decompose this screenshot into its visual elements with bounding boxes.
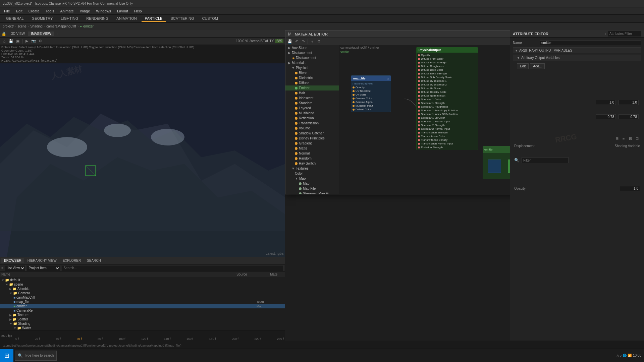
sidebar-textures-group[interactable]: ▼ Textures (285, 166, 339, 171)
search-bar[interactable]: 🔍 Type here to search (15, 351, 57, 361)
tree-item-scatter[interactable]: ▶ 📁 Scatter (0, 317, 285, 321)
sidebar-ray-switch[interactable]: Ray Switch (285, 161, 339, 166)
sidebar-color[interactable]: Color (285, 171, 339, 176)
start-btn[interactable]: ⊞ (0, 349, 13, 362)
tree-item-default[interactable]: ▼ 📁 default (0, 278, 285, 282)
mat-redo-icon[interactable]: ↷ (300, 39, 306, 45)
tab-hierarchy-view[interactable]: HIERARCHY VIEW (25, 258, 59, 263)
mat-undo-icon[interactable]: ↶ (293, 39, 300, 45)
grid-icon-4[interactable]: ⊡ (634, 135, 640, 141)
sidebar-iridescent[interactable]: Iridescent (285, 96, 339, 101)
breadcrumb-emitter[interactable]: emitter (83, 24, 94, 28)
grid-icon-2[interactable]: ≡ (621, 135, 627, 141)
sidebar-diffuse[interactable]: Diffuse (285, 80, 339, 85)
menu-tools[interactable]: Tools (43, 8, 57, 14)
sidebar-map-item[interactable]: Map (285, 181, 339, 186)
num-1-left[interactable]: 1.0 (596, 100, 616, 105)
sidebar-reflection[interactable]: Reflection (285, 116, 339, 121)
sidebar-matte[interactable]: Matte (285, 146, 339, 151)
tab-image-view[interactable]: IMAGE VIEW (28, 32, 54, 36)
tree-item-texture[interactable]: ▶ 📁 Texture (0, 313, 285, 317)
breadcrumb-project[interactable]: project/ (3, 24, 14, 28)
menu-file[interactable]: File (1, 8, 13, 14)
filter-select[interactable]: Project Item (27, 265, 60, 271)
breadcrumb-camera[interactable]: cameraMappingCliff (46, 24, 76, 28)
timeline-ruler[interactable]: 0 f 20 f 40 f 60 f 80 f 100 f 120 f 140 … (15, 331, 284, 341)
play-icon[interactable]: ▶ (24, 38, 30, 44)
browser-search-input[interactable] (62, 265, 283, 271)
sidebar-displacement-item[interactable]: ◈ Displacement (285, 55, 339, 60)
sidebar-volume[interactable]: Volume (285, 126, 339, 131)
sidebar-layered[interactable]: Layered (285, 106, 339, 111)
tree-item-shading[interactable]: ▼ 📁 Shading (0, 321, 285, 326)
grid-icon-1[interactable]: ⊞ (614, 135, 620, 141)
node-preview-2[interactable]: emitter (483, 146, 510, 179)
tab-browser[interactable]: BROWSER (1, 258, 24, 263)
sidebar-aov-store[interactable]: ▶ Aov Store (285, 45, 339, 50)
menu-windows[interactable]: Windows (93, 8, 114, 14)
settings-icon[interactable]: ⚙ (37, 38, 43, 44)
num-2-right[interactable]: 0.78 (619, 114, 639, 119)
sidebar-emitter[interactable]: Emitter (285, 85, 339, 90)
home-icon[interactable]: ⌂ (1, 38, 7, 44)
sidebar-dielectric[interactable]: Dielectric (285, 75, 339, 80)
tree-item-camerare[interactable]: ■ CameraRe (0, 308, 285, 313)
tree-item-scene[interactable]: ▼ 📁 scene (0, 282, 285, 287)
sidebar-displacement-group[interactable]: ▶ Displacement (285, 50, 339, 55)
tab-general[interactable]: GENERAL (3, 16, 27, 22)
menu-layout[interactable]: Layout (114, 8, 131, 14)
breadcrumb-shading[interactable]: Shading (30, 24, 43, 28)
sidebar-gradient[interactable]: Gradient (285, 141, 339, 146)
sidebar-normal[interactable]: Normal (285, 151, 339, 156)
tab-search[interactable]: SEARCH (84, 258, 104, 263)
tree-item-camMapCliff[interactable]: ■ camMapCliff (0, 295, 285, 300)
sidebar-map-file[interactable]: Map File (285, 186, 339, 191)
mat-settings-icon[interactable]: ⚙ (316, 39, 322, 45)
node-physical-output[interactable]: PhysicalOutput Opacity Diffuse Front Col… (416, 47, 478, 150)
sidebar-materials-group[interactable]: ▶ Materials (285, 60, 339, 65)
tab-rendering[interactable]: RENDERING (83, 16, 112, 22)
tree-item-map-file[interactable]: ■ map_file Textu (0, 300, 285, 304)
tab-custom[interactable]: CUSTOM (199, 16, 221, 22)
tab-animation[interactable]: ANIMATION (113, 16, 140, 22)
sidebar-standard[interactable]: Standard (285, 101, 339, 106)
tree-item-alembic[interactable]: ▶ 📁 Alembic (0, 287, 285, 291)
sidebar-transmission[interactable]: Transmission (285, 121, 339, 126)
mat-save-icon[interactable]: 💾 (287, 39, 293, 45)
menu-help[interactable]: Help (131, 8, 145, 14)
sidebar-random[interactable]: Random (285, 156, 339, 161)
view-type-select[interactable]: List View (5, 265, 25, 271)
sidebar-disney[interactable]: Disney Principles (285, 136, 339, 141)
sidebar-streamed-map[interactable]: Streamed Map Fi (285, 191, 339, 194)
num-1-right[interactable]: 1.0 (619, 100, 639, 105)
sidebar-map-group[interactable]: ▼ Map (285, 176, 339, 181)
add-view-btn[interactable]: + (56, 32, 58, 36)
num-2-left[interactable]: 0.78 (596, 114, 616, 119)
breadcrumb-scene[interactable]: scene (17, 24, 26, 28)
grid-icon-3[interactable]: ⊟ (627, 135, 633, 141)
tab-lighting[interactable]: LIGHTING (57, 16, 82, 22)
tab-geometry[interactable]: GEOMETRY (29, 16, 56, 22)
menu-animate[interactable]: Animate (57, 8, 76, 14)
sidebar-shadow-catcher[interactable]: Shadow Catcher (285, 131, 339, 136)
attr-filter-input[interactable] (522, 157, 569, 163)
edit-btn[interactable]: Edit (517, 63, 529, 69)
tab-particle[interactable]: PARTICLE (142, 16, 166, 22)
sidebar-blend[interactable]: Blend (285, 70, 339, 75)
menu-create[interactable]: Create (26, 8, 42, 14)
camera-icon[interactable]: 📷 (31, 38, 37, 44)
opacity-value[interactable]: 1.0 (620, 186, 640, 191)
sidebar-hair[interactable]: Hair (285, 90, 339, 96)
tab-3d-view[interactable]: 3D VIEW (8, 32, 28, 36)
add-browser-tab-btn[interactable]: + (105, 259, 107, 263)
attr-add-btn[interactable]: + (604, 32, 606, 36)
node-graph-area[interactable]: cameraMappingCliff / emitter emitter Zoo… (339, 45, 510, 194)
tab-explorer[interactable]: EXPLORER (60, 258, 84, 263)
sidebar-multiblend[interactable]: Multiblend (285, 111, 339, 116)
menu-edit[interactable]: Edit (13, 8, 25, 14)
mat-grid-icon[interactable]: ⊞ (509, 39, 510, 45)
section-arbitrary-output[interactable]: ▼ ARBITRARY OUTPUT VARIABLES (513, 47, 641, 53)
tree-item-emitter[interactable]: ■ emitter Mat (0, 304, 285, 308)
sidebar-physical-group[interactable]: ▼ Physical (285, 65, 339, 70)
tab-scattering[interactable]: SCATTERING (167, 16, 197, 22)
